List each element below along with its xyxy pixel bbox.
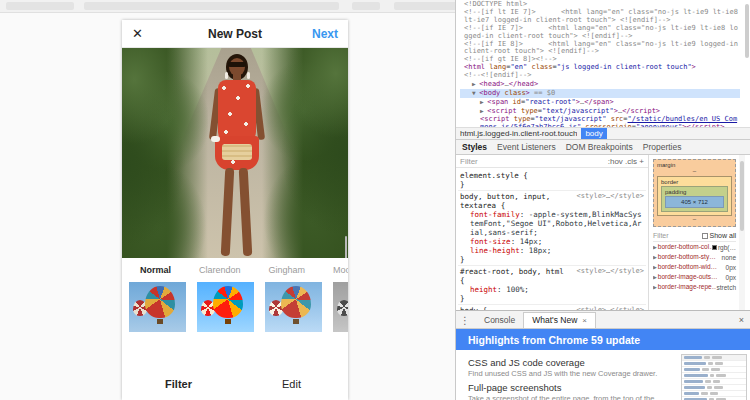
- box-model-diagram[interactable]: margin – border padding 405 × 712 –: [653, 159, 736, 227]
- dom-node-line[interactable]: ▶ <span id="react-root">…</span>: [460, 98, 740, 107]
- coverage-cell: [710, 392, 718, 395]
- dom-node-line[interactable]: <script type="text/javascript" src="/sta…: [460, 116, 740, 127]
- show-all-toggle[interactable]: Show all: [702, 232, 736, 239]
- filter-thumbnail-moon[interactable]: [333, 282, 348, 332]
- code-token-tag: <span: [487, 98, 508, 106]
- dom-node-line[interactable]: <!--[if IE 8]> <html lang="en" class="no…: [460, 41, 740, 57]
- filter-thumbnail-normal[interactable]: [129, 282, 186, 332]
- rule-selector-line: element.style {: [460, 171, 644, 180]
- photo-person: [122, 48, 348, 258]
- code-token-val: "text/javascript": [535, 115, 607, 123]
- kebab-menu-icon[interactable]: ⋮: [460, 315, 470, 326]
- styles-filter-input[interactable]: Filter: [460, 157, 478, 166]
- computed-property-row[interactable]: ▶border-bottom-sty…none: [653, 252, 736, 262]
- computed-property-row[interactable]: ▶border-image-outs…0px: [653, 272, 736, 282]
- balloon-basket-icon: [225, 319, 231, 324]
- balloon-basket-icon: [157, 319, 163, 324]
- expand-arrow-icon[interactable]: ▶: [653, 264, 657, 270]
- balloon-icon: [281, 286, 311, 318]
- code-token-attr: src: [606, 115, 623, 123]
- dom-node-line[interactable]: ▶ <head>…</head>: [460, 80, 740, 89]
- tab-whats-new[interactable]: What's New ×: [523, 312, 596, 328]
- code-token-gray: <!--<![endif]-->: [464, 71, 531, 79]
- filter-thumbnail-clarendon[interactable]: [197, 282, 254, 332]
- tab-filter[interactable]: Filter: [122, 374, 235, 400]
- computed-filter-input[interactable]: Filter: [653, 232, 669, 239]
- code-token-tag: <script: [480, 115, 510, 123]
- computed-property-name: ▶border-image-outs…: [653, 272, 717, 282]
- person-earring: [247, 72, 250, 79]
- code-token-tag: ></script>: [682, 123, 724, 127]
- rule-selector[interactable]: element.style {: [460, 171, 528, 180]
- drawer-close-icon[interactable]: ×: [739, 315, 744, 325]
- tab-properties[interactable]: Properties: [643, 142, 682, 152]
- filter-name-clarendon[interactable]: Clarendon: [199, 265, 241, 275]
- elements-scrollbar-thumb[interactable]: [745, 4, 749, 58]
- next-button[interactable]: Next: [312, 27, 338, 41]
- dom-node-line[interactable]: <!--<![endif]-->: [460, 72, 740, 80]
- expand-arrow-icon[interactable]: ▶: [653, 244, 657, 250]
- rule-source-link[interactable]: <style>…</style>: [577, 192, 644, 210]
- expand-arrow-icon[interactable]: ▶: [653, 254, 657, 260]
- css-property[interactable]: font-family: -apple-system,BlinkMacSyste…: [460, 210, 644, 237]
- elements-tree[interactable]: <!DOCTYPE html><!--[if lt IE 7]> <html l…: [456, 0, 750, 127]
- computed-property-name: ▶border-bottom-wid…: [653, 262, 717, 272]
- css-property[interactable]: font-size: 14px;: [460, 237, 644, 246]
- page-scrollbar-thumb[interactable]: [345, 236, 347, 258]
- tab-whats-new-label: What's New: [532, 315, 577, 325]
- rule-close-brace: }: [460, 255, 644, 264]
- box-model-padding-label: padding: [665, 189, 686, 195]
- filter-thumbnail-gingham[interactable]: [265, 282, 322, 332]
- coverage-cell: [711, 368, 720, 371]
- coverage-cell: [684, 362, 706, 365]
- expand-arrow-icon[interactable]: ▶: [653, 274, 657, 280]
- box-model-padding: padding 405 × 712: [661, 186, 728, 212]
- computed-property-row[interactable]: ▶border-image-repe…stretch: [653, 282, 736, 292]
- css-property[interactable]: height: 100%;: [460, 285, 644, 294]
- filter-name-gingham[interactable]: Gingham: [269, 265, 306, 275]
- tab-styles[interactable]: Styles: [462, 142, 487, 152]
- person-leg: [239, 168, 253, 256]
- computed-property-row[interactable]: ▶border-bottom-wid…0px: [653, 262, 736, 272]
- tab-edit[interactable]: Edit: [235, 374, 348, 400]
- breadcrumb-selected-body[interactable]: body: [581, 128, 606, 139]
- whats-new-content: CSS and JS code coverageFind unused CSS …: [456, 350, 750, 400]
- filter-name-moon[interactable]: Moon: [333, 265, 348, 275]
- coverage-cell: [684, 356, 702, 359]
- computed-property-value: 0px: [726, 272, 736, 282]
- styles-toggle-buttons[interactable]: :hov .cls +: [608, 157, 644, 166]
- code-token-attr: type: [517, 107, 538, 115]
- dom-node-line[interactable]: ▼ <body class> == $0: [460, 89, 740, 98]
- code-token-tag: <html: [464, 63, 485, 71]
- dom-node-line[interactable]: <!--[if lt IE 7]> <html lang="en" class=…: [460, 9, 740, 25]
- ruler-segment: [6, 2, 74, 10]
- computed-property-name: ▶border-bottom-col…: [653, 242, 712, 252]
- person-clutch: [222, 144, 252, 160]
- dom-node-line[interactable]: <!--[if IE 7]> <html lang="en" class="no…: [460, 25, 740, 41]
- tab-console[interactable]: Console: [476, 313, 523, 328]
- rule-source-link[interactable]: <style>…</style>: [577, 267, 644, 285]
- filter-name-normal[interactable]: Normal: [140, 265, 171, 275]
- box-model-content-size: 405 × 712: [665, 196, 724, 208]
- computed-property-row[interactable]: ▶border-bottom-col…rgb(…: [653, 242, 736, 252]
- tab-event-listeners[interactable]: Event Listeners: [497, 142, 556, 152]
- box-model-margin-bottom: –: [657, 216, 732, 223]
- tab-dom-breakpoints[interactable]: DOM Breakpoints: [566, 142, 633, 152]
- code-token-gray: <!--[if IE 8]> <html lang="en" class="no…: [464, 40, 742, 56]
- elements-breadcrumb: html.js.logged-in.client-root.touch body: [456, 127, 750, 140]
- styles-rules-column: Filter :hov .cls + element.style {}body,…: [456, 155, 649, 310]
- styles-scrollbar[interactable]: [739, 155, 745, 310]
- whats-new-section-body: Take a screenshot of the entire page, fr…: [468, 394, 670, 400]
- css-property-value: 18px;: [529, 246, 552, 255]
- balloon-icon: [145, 286, 175, 318]
- css-property-colon: :: [520, 210, 529, 219]
- breadcrumb-path[interactable]: html.js.logged-in.client-root.touch: [460, 129, 577, 138]
- tab-close-icon[interactable]: ×: [582, 316, 587, 325]
- show-all-checkbox[interactable]: [702, 233, 708, 239]
- rule-selector[interactable]: #react-root, body, html {: [460, 267, 573, 285]
- expand-arrow-icon[interactable]: ▶: [653, 284, 657, 290]
- rule-selector[interactable]: body, button, input, textarea {: [460, 192, 573, 210]
- balloon-icon: [213, 286, 243, 318]
- css-property[interactable]: line-height: 18px;: [460, 246, 644, 255]
- styles-scrollbar-thumb[interactable]: [740, 161, 744, 231]
